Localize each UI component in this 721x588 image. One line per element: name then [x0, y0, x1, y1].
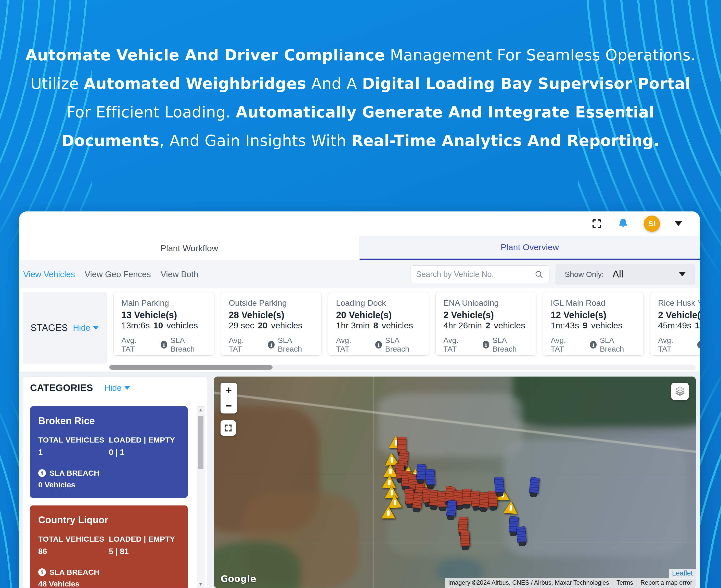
- tab-bar: Plant Workflow Plant Overview: [19, 236, 700, 260]
- category-name: Broken Rice: [38, 416, 179, 426]
- stage-card-rice-husk-yard[interactable]: Rice Husk Yard 2 Vehicle(s) 45m:49s1vehi…: [650, 292, 700, 356]
- avg-tat-label: Avg. TAT: [658, 336, 685, 353]
- truck-marker-red[interactable]: [460, 531, 470, 547]
- stage-card-igl-main-road[interactable]: IGL Main Road 12 Vehicle(s) 1m:43s9vehic…: [543, 292, 644, 356]
- avatar[interactable]: SI: [644, 215, 660, 232]
- stage-tat-value: 1hr 3min: [336, 320, 370, 331]
- stage-vehicles-word: vehicles: [382, 320, 413, 331]
- stage-sla-count: 10: [154, 320, 163, 331]
- view-geo-fences-link[interactable]: View Geo Fences: [85, 270, 151, 279]
- dashboard-panel: SI Plant Workflow Plant Overview View Ve…: [19, 211, 700, 588]
- stage-sla-count: 9: [583, 320, 588, 331]
- layers-icon: [674, 385, 686, 397]
- report-map-error-link[interactable]: Report a map error: [637, 578, 696, 588]
- tab-plant-workflow[interactable]: Plant Workflow: [19, 236, 359, 260]
- categories-title: CATEGORIES: [30, 383, 93, 393]
- sla-breach-value: 48 Vehicles: [38, 580, 179, 588]
- truck-marker-blue[interactable]: [516, 526, 526, 543]
- truck-marker-red[interactable]: [412, 492, 423, 509]
- avg-tat-label: Avg. TAT: [551, 336, 578, 353]
- stage-vehicle-count: 20 Vehicle(s): [336, 310, 421, 320]
- stages-header: STAGES Hide: [23, 292, 107, 363]
- show-only-filter[interactable]: Show Only: All: [556, 264, 695, 285]
- stage-card-outside-parking[interactable]: Outside Parking 28 Vehicle(s) 29 sec20ve…: [221, 292, 322, 356]
- stage-vehicle-count: 2 Vehicle(s): [443, 310, 528, 320]
- info-icon[interactable]: i: [268, 341, 275, 349]
- avg-tat-label: Avg. TAT: [443, 336, 471, 353]
- zoom-in-button[interactable]: +: [221, 383, 237, 398]
- categories-vertical-scrollbar[interactable]: ▲ ▼: [197, 406, 204, 588]
- info-icon[interactable]: i: [375, 341, 382, 349]
- truck-marker-red[interactable]: [462, 489, 472, 505]
- stage-tat-value: 1m:43s: [551, 320, 579, 331]
- leaflet-attribution-link[interactable]: Leaflet: [669, 569, 696, 579]
- info-icon[interactable]: i: [483, 341, 489, 349]
- categories-header: CATEGORIES Hide: [23, 377, 207, 399]
- categories-hide-label: Hide: [104, 383, 122, 393]
- view-links: View Vehicles View Geo Fences View Both: [23, 270, 198, 279]
- stage-sla-count: 20: [258, 320, 267, 331]
- truck-marker-blue[interactable]: [529, 477, 540, 494]
- stage-sla-count: 1: [695, 320, 700, 331]
- search-input[interactable]: [416, 270, 531, 279]
- show-only-label: Show Only:: [565, 270, 604, 279]
- chevron-down-icon: [124, 386, 130, 390]
- stage-vehicles-word: vehicles: [166, 320, 198, 331]
- info-icon[interactable]: i: [697, 341, 700, 349]
- stage-vehicle-count: 12 Vehicle(s): [551, 310, 636, 320]
- stage-name: Loading Dock: [336, 298, 421, 308]
- category-card-country-liquor[interactable]: Country Liquor TOTAL VEHICLES 86 LOADED …: [30, 505, 188, 588]
- scroll-down-icon[interactable]: ▼: [198, 582, 203, 586]
- stage-name: IGL Main Road: [551, 298, 636, 308]
- map-fullscreen-button[interactable]: [221, 420, 236, 436]
- view-vehicles-link[interactable]: View Vehicles: [23, 270, 75, 279]
- map-attribution-bar: Imagery ©2024 Airbus, CNES / Airbus, Max…: [445, 578, 696, 588]
- info-icon[interactable]: i: [161, 341, 167, 349]
- stages-horizontal-scrollbar[interactable]: [109, 364, 696, 370]
- sla-breach-label: SLA Breach: [600, 336, 636, 353]
- stage-card-ena-unloading[interactable]: ENA Unloading 2 Vehicle(s) 4hr 26min2veh…: [436, 292, 536, 356]
- stages-title: STAGES: [31, 322, 68, 333]
- headline-seg-5: For Efficient Loading.: [66, 103, 236, 121]
- scroll-up-icon[interactable]: ▲: [198, 407, 203, 412]
- stage-vehicles-word: vehicles: [494, 320, 525, 331]
- terms-link[interactable]: Terms: [613, 578, 637, 588]
- avg-tat-label: Avg. TAT: [229, 336, 256, 353]
- sla-breach-label: SLA BREACH: [49, 568, 99, 576]
- stage-name: Rice Husk Yard: [658, 298, 700, 308]
- account-chevron-down-icon[interactable]: [675, 222, 682, 226]
- total-vehicles-label: TOTAL VEHICLES: [38, 436, 109, 444]
- warning-marker[interactable]: [381, 506, 395, 519]
- sla-breach-label: SLA Breach: [170, 336, 206, 353]
- loaded-empty-label: LOADED | EMPTY: [109, 436, 179, 444]
- total-vehicles-label: TOTAL VEHICLES: [38, 535, 109, 543]
- categories-hide-toggle[interactable]: Hide: [104, 383, 130, 393]
- bottom-section: CATEGORIES Hide Broken Rice TOTAL VEHICL…: [19, 373, 700, 588]
- category-card-broken-rice[interactable]: Broken Rice TOTAL VEHICLES 1 LOADED | EM…: [30, 406, 188, 498]
- headline-seg-2: Automated Weighbridges: [84, 75, 306, 92]
- categories-scrollbar-thumb[interactable]: [198, 416, 203, 469]
- map-markers: [214, 377, 696, 588]
- info-icon[interactable]: i: [590, 341, 597, 349]
- truck-marker-blue[interactable]: [494, 477, 504, 493]
- map-layers-button[interactable]: [671, 383, 688, 400]
- stage-card-main-parking[interactable]: Main Parking 13 Vehicle(s) 13m:6s10vehic…: [114, 292, 215, 356]
- zoom-out-button[interactable]: −: [221, 398, 237, 414]
- truck-marker-blue[interactable]: [446, 500, 457, 517]
- info-icon[interactable]: i: [38, 568, 46, 576]
- view-both-link[interactable]: View Both: [161, 270, 198, 279]
- categories-panel: CATEGORIES Hide Broken Rice TOTAL VEHICL…: [23, 377, 207, 588]
- stages-scrollbar-thumb[interactable]: [109, 365, 273, 370]
- fullscreen-icon[interactable]: [591, 218, 602, 229]
- stage-card-loading-dock[interactable]: Loading Dock 20 Vehicle(s) 1hr 3min8vehi…: [328, 292, 429, 356]
- truck-marker-blue[interactable]: [416, 464, 426, 481]
- warning-marker[interactable]: [503, 501, 518, 514]
- stages-hide-toggle[interactable]: Hide: [73, 323, 99, 333]
- show-only-caret-down-icon[interactable]: [679, 272, 685, 276]
- notifications-bell-icon[interactable]: [617, 218, 629, 230]
- info-icon[interactable]: i: [38, 469, 46, 477]
- show-only-value[interactable]: All: [613, 269, 623, 280]
- map-canvas[interactable]: + − Google Leaflet: [214, 377, 696, 588]
- tab-plant-overview[interactable]: Plant Overview: [359, 236, 700, 260]
- truck-marker-blue[interactable]: [425, 469, 435, 486]
